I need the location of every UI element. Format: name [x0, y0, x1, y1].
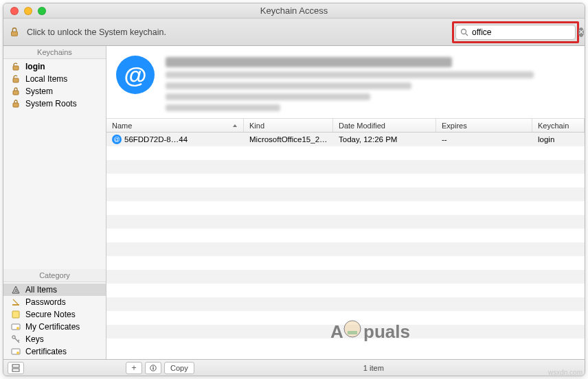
- svg-line-2: [466, 34, 468, 36]
- titlebar: Keychain Access: [3, 3, 585, 19]
- content-pane: @ Name Kind Date Modified: [106, 46, 585, 359]
- keychain-login[interactable]: login: [3, 60, 106, 73]
- source-watermark: wsxdn.com: [548, 369, 583, 376]
- svg-text:puals: puals: [363, 321, 410, 342]
- column-header-name[interactable]: Name: [106, 119, 244, 132]
- cell-keychain: login: [532, 135, 585, 143]
- add-item-button[interactable]: ＋: [126, 362, 142, 374]
- info-button[interactable]: [145, 362, 161, 374]
- cell-date-modified: Today, 12:26 PM: [333, 135, 436, 143]
- svg-rect-3: [13, 66, 19, 70]
- svg-point-1: [462, 29, 466, 34]
- category-certificates[interactable]: Certificates: [3, 345, 106, 358]
- passwords-icon: [10, 297, 21, 307]
- column-header-date-modified[interactable]: Date Modified: [333, 119, 436, 132]
- cell-kind: MicrosoftOffice15_2…: [244, 135, 333, 143]
- keychain-label: Local Items: [25, 74, 67, 84]
- svg-rect-19: [12, 369, 19, 371]
- table-row[interactable]: @ 56FDD72D-8…44 MicrosoftOffice15_2… Tod…: [106, 133, 585, 146]
- svg-text:A: A: [330, 321, 343, 342]
- unlock-system-keychain[interactable]: Click to unlock the System keychain.: [9, 26, 446, 38]
- category-header: Category: [3, 269, 106, 282]
- keychain-label: System: [25, 87, 53, 96]
- keychains-header: Keychains: [3, 46, 106, 59]
- statusbar: ＋ Copy 1 item: [3, 359, 585, 376]
- item-detail-blurred: [166, 56, 575, 111]
- search-highlight: ✕: [452, 21, 579, 43]
- svg-line-9: [13, 299, 18, 304]
- at-sign-icon: @: [112, 135, 122, 144]
- cell-expires: --: [436, 135, 532, 143]
- locked-icon: [10, 99, 21, 108]
- svg-rect-21: [152, 367, 153, 370]
- category-label: My Certificates: [25, 322, 80, 332]
- svg-rect-10: [12, 311, 19, 318]
- notes-icon: [10, 310, 21, 319]
- cell-name: @ 56FDD72D-8…44: [106, 135, 244, 144]
- unlocked-icon: [10, 62, 21, 71]
- unlock-message: Click to unlock the System keychain.: [27, 27, 166, 37]
- category-label: All Items: [25, 285, 57, 295]
- certificate-icon: [10, 322, 21, 332]
- toolbar: Click to unlock the System keychain. ✕: [3, 19, 585, 46]
- keychain-system[interactable]: System: [3, 85, 106, 97]
- svg-point-12: [16, 327, 19, 330]
- category-label: Keys: [25, 334, 44, 344]
- svg-rect-4: [13, 78, 19, 82]
- certificate-icon: [10, 347, 21, 356]
- svg-rect-8: [12, 304, 19, 306]
- svg-text:A: A: [14, 288, 18, 293]
- svg-point-17: [16, 352, 19, 354]
- keychain-system-roots[interactable]: System Roots: [3, 97, 106, 110]
- clear-search-button[interactable]: ✕: [578, 27, 584, 37]
- sort-asc-icon: [232, 123, 238, 128]
- minimize-window-button[interactable]: [24, 7, 32, 15]
- category-label: Passwords: [25, 297, 66, 307]
- category-label: Secure Notes: [25, 310, 76, 319]
- category-all-items[interactable]: A All Items: [3, 284, 106, 296]
- main-content: Keychains login Local Items: [3, 46, 585, 359]
- lock-icon: [9, 26, 20, 38]
- appuals-watermark: A puals: [330, 317, 427, 345]
- keys-icon: [10, 334, 21, 344]
- item-count: 1 item: [197, 364, 550, 372]
- category-secure-notes[interactable]: Secure Notes: [3, 308, 106, 321]
- svg-point-24: [344, 321, 361, 337]
- category-my-certificates[interactable]: My Certificates: [3, 321, 106, 333]
- category-keys[interactable]: Keys: [3, 333, 106, 345]
- sidebar: Keychains login Local Items: [3, 46, 106, 359]
- search-field[interactable]: ✕: [455, 25, 576, 40]
- all-items-icon: A: [10, 285, 21, 295]
- table-header: Name Kind Date Modified Expires Keychain: [106, 119, 585, 133]
- category-passwords[interactable]: Passwords: [3, 296, 106, 308]
- svg-line-15: [18, 340, 19, 341]
- keychain-label: login: [25, 62, 45, 71]
- close-window-button[interactable]: [10, 7, 19, 15]
- locked-icon: [10, 87, 21, 96]
- copy-button[interactable]: Copy: [164, 362, 194, 374]
- search-input[interactable]: [472, 27, 575, 37]
- unlocked-icon: [10, 74, 21, 84]
- svg-rect-25: [348, 331, 357, 334]
- at-sign-icon: @: [116, 56, 155, 94]
- svg-rect-5: [13, 91, 19, 95]
- column-header-keychain[interactable]: Keychain: [532, 119, 585, 132]
- window-title: Keychain Access: [3, 5, 585, 16]
- item-detail-pane: @: [106, 46, 585, 119]
- keychain-label: System Roots: [25, 99, 77, 108]
- keychain-access-window: Keychain Access Click to unlock the Syst…: [3, 3, 585, 376]
- svg-rect-6: [13, 103, 19, 107]
- svg-point-22: [152, 365, 154, 367]
- svg-rect-18: [12, 365, 19, 367]
- zoom-window-button[interactable]: [38, 7, 46, 15]
- toggle-view-button[interactable]: [8, 362, 24, 374]
- traffic-lights: [3, 7, 46, 15]
- search-icon: [460, 28, 468, 36]
- column-header-expires[interactable]: Expires: [436, 119, 532, 132]
- column-header-kind[interactable]: Kind: [244, 119, 333, 132]
- category-label: Certificates: [25, 347, 67, 356]
- svg-rect-0: [12, 32, 18, 36]
- keychain-local-items[interactable]: Local Items: [3, 73, 106, 85]
